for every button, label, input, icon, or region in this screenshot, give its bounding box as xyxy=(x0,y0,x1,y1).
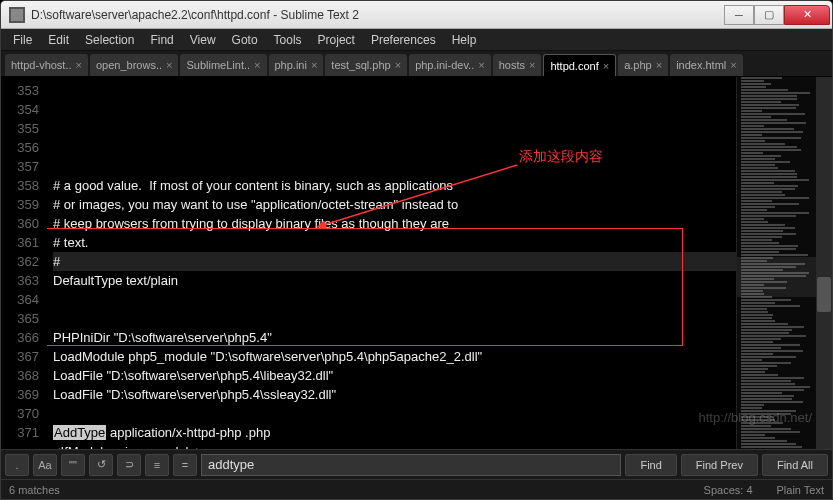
tabbar: httpd-vhost..×open_brows..×SublimeLint..… xyxy=(1,51,832,77)
tab-close-icon[interactable]: × xyxy=(311,59,317,71)
line-number: 359 xyxy=(1,195,39,214)
tab-close-icon[interactable]: × xyxy=(529,59,535,71)
code-line[interactable]: <IfModule mime_module> xyxy=(53,442,736,449)
code-line[interactable]: # keep browsers from trying to display b… xyxy=(53,214,736,233)
menu-view[interactable]: View xyxy=(182,30,224,50)
status-spaces[interactable]: Spaces: 4 xyxy=(704,484,753,496)
find-toggle[interactable]: ≡ xyxy=(145,454,169,476)
minimize-button[interactable]: ─ xyxy=(724,5,754,25)
menu-find[interactable]: Find xyxy=(142,30,181,50)
scrollbar-thumb[interactable] xyxy=(817,277,831,312)
line-number: 371 xyxy=(1,423,39,442)
minimap[interactable] xyxy=(736,77,816,449)
code-line[interactable]: LoadModule php5_module "D:\software\serv… xyxy=(53,347,736,366)
line-number: 356 xyxy=(1,138,39,157)
find-toggle[interactable]: = xyxy=(173,454,197,476)
tab-php-ini-dev-[interactable]: php.ini-dev..× xyxy=(409,54,491,76)
find-button[interactable]: Find xyxy=(625,454,676,476)
tab-close-icon[interactable]: × xyxy=(603,60,609,72)
line-number: 353 xyxy=(1,81,39,100)
code-line[interactable]: # xyxy=(53,252,736,271)
tab-open_brows-[interactable]: open_brows..× xyxy=(90,54,178,76)
line-number: 365 xyxy=(1,309,39,328)
code-line[interactable]: DefaultType text/plain xyxy=(53,271,736,290)
tab-close-icon[interactable]: × xyxy=(76,59,82,71)
menubar: FileEditSelectionFindViewGotoToolsProjec… xyxy=(1,29,832,51)
window-title: D:\software\server\apache2.2\conf\httpd.… xyxy=(31,8,724,22)
line-number: 366 xyxy=(1,328,39,347)
code-line[interactable] xyxy=(53,290,736,309)
code-line[interactable]: LoadFile "D:\software\server\php5.4\libe… xyxy=(53,366,736,385)
code-line[interactable] xyxy=(53,404,736,423)
menu-selection[interactable]: Selection xyxy=(77,30,142,50)
svg-rect-1 xyxy=(11,9,23,21)
tab-close-icon[interactable]: × xyxy=(166,59,172,71)
line-number: 364 xyxy=(1,290,39,309)
find-bar: .Aa""↺⊃≡= Find Find Prev Find All xyxy=(1,449,832,479)
code-line[interactable] xyxy=(53,309,736,328)
menu-help[interactable]: Help xyxy=(444,30,485,50)
line-number: 361 xyxy=(1,233,39,252)
close-button[interactable]: ✕ xyxy=(784,5,830,25)
menu-goto[interactable]: Goto xyxy=(224,30,266,50)
line-number: 370 xyxy=(1,404,39,423)
line-number: 363 xyxy=(1,271,39,290)
tab-close-icon[interactable]: × xyxy=(730,59,736,71)
tab-close-icon[interactable]: × xyxy=(656,59,662,71)
find-all-button[interactable]: Find All xyxy=(762,454,828,476)
code-line[interactable]: # text. xyxy=(53,233,736,252)
find-toggle[interactable]: Aa xyxy=(33,454,57,476)
find-input[interactable] xyxy=(201,454,621,476)
tab-index-html[interactable]: index.html× xyxy=(670,54,743,76)
line-number: 358 xyxy=(1,176,39,195)
code-line[interactable]: LoadFile "D:\software\server\php5.4\ssle… xyxy=(53,385,736,404)
code-line[interactable]: # a good value. If most of your content … xyxy=(53,176,736,195)
code-line[interactable]: # or images, you may want to use "applic… xyxy=(53,195,736,214)
line-number: 360 xyxy=(1,214,39,233)
line-gutter: 3533543553563573583593603613623633643653… xyxy=(1,77,47,449)
tab-close-icon[interactable]: × xyxy=(395,59,401,71)
code-editor[interactable]: 添加这段内容 # a good value. If most of your c… xyxy=(47,77,736,449)
menu-file[interactable]: File xyxy=(5,30,40,50)
line-number: 357 xyxy=(1,157,39,176)
selection: AddType xyxy=(53,425,106,440)
annotation-text: 添加这段内容 xyxy=(519,147,603,166)
tab-php-ini[interactable]: php.ini× xyxy=(269,54,324,76)
find-toggle[interactable]: "" xyxy=(61,454,85,476)
line-number: 367 xyxy=(1,347,39,366)
app-icon xyxy=(9,7,25,23)
find-prev-button[interactable]: Find Prev xyxy=(681,454,758,476)
menu-preferences[interactable]: Preferences xyxy=(363,30,444,50)
minimap-viewport[interactable] xyxy=(737,257,816,297)
menu-project[interactable]: Project xyxy=(310,30,363,50)
line-number: 355 xyxy=(1,119,39,138)
line-number: 369 xyxy=(1,385,39,404)
tab-test_sql-php[interactable]: test_sql.php× xyxy=(325,54,407,76)
tab-hosts[interactable]: hosts× xyxy=(493,54,542,76)
statusbar: 6 matches Spaces: 4 Plain Text xyxy=(1,479,832,499)
tab-a-php[interactable]: a.php× xyxy=(618,54,668,76)
menu-edit[interactable]: Edit xyxy=(40,30,77,50)
tab-httpd-conf[interactable]: httpd.conf× xyxy=(543,54,616,76)
find-toggle[interactable]: ↺ xyxy=(89,454,113,476)
status-syntax[interactable]: Plain Text xyxy=(777,484,825,496)
tab-sublimelint-[interactable]: SublimeLint..× xyxy=(180,54,266,76)
code-line[interactable]: PHPIniDir "D:\software\server\php5.4" xyxy=(53,328,736,347)
vertical-scrollbar[interactable] xyxy=(816,77,832,449)
maximize-button[interactable]: ▢ xyxy=(754,5,784,25)
line-number: 362 xyxy=(1,252,39,271)
tab-close-icon[interactable]: × xyxy=(254,59,260,71)
status-matches: 6 matches xyxy=(9,484,680,496)
tab-close-icon[interactable]: × xyxy=(478,59,484,71)
titlebar: D:\software\server\apache2.2\conf\httpd.… xyxy=(1,1,832,29)
code-line[interactable]: AddType application/x-httpd-php .php xyxy=(53,423,736,442)
find-toggle[interactable]: ⊃ xyxy=(117,454,141,476)
editor-area: 3533543553563573583593603613623633643653… xyxy=(1,77,832,449)
line-number: 368 xyxy=(1,366,39,385)
find-toggle[interactable]: . xyxy=(5,454,29,476)
line-number: 354 xyxy=(1,100,39,119)
menu-tools[interactable]: Tools xyxy=(266,30,310,50)
tab-httpd-vhost-[interactable]: httpd-vhost..× xyxy=(5,54,88,76)
